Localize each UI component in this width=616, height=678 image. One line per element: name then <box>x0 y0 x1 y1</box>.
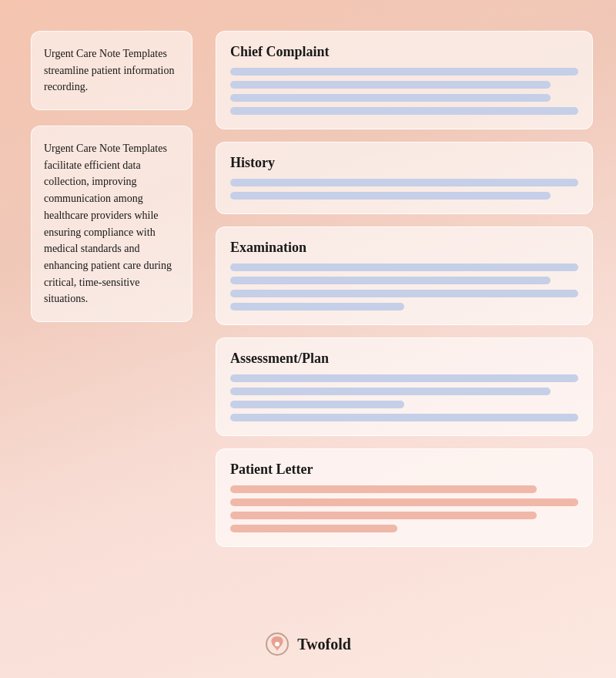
section-title-history: History <box>230 155 578 171</box>
line <box>230 303 404 310</box>
line <box>230 277 551 284</box>
section-chief-complaint: Chief Complaint <box>216 31 593 129</box>
line <box>230 179 578 186</box>
line <box>230 94 551 102</box>
card-streamline: Urgent Care Note Templates streamline pa… <box>31 31 192 110</box>
chief-complaint-lines <box>230 68 578 115</box>
line <box>230 263 578 271</box>
section-examination: Examination <box>216 227 593 325</box>
line <box>230 374 578 382</box>
patient-letter-lines <box>230 485 578 532</box>
section-assessment-plan: Assessment/Plan <box>216 337 593 436</box>
line <box>230 401 404 408</box>
section-patient-letter: Patient Letter <box>216 448 593 547</box>
footer: Twofold <box>0 632 616 656</box>
left-column: Urgent Care Note Templates streamline pa… <box>31 31 192 609</box>
line <box>230 512 537 519</box>
line <box>230 498 578 506</box>
card-streamline-text: Urgent Care Note Templates streamline pa… <box>44 45 179 96</box>
line <box>230 107 578 115</box>
section-title-examination: Examination <box>230 240 578 256</box>
main-container: Urgent Care Note Templates streamline pa… <box>0 0 616 632</box>
section-title-assessment-plan: Assessment/Plan <box>230 351 578 367</box>
line <box>230 485 537 493</box>
section-title-patient-letter: Patient Letter <box>230 462 578 478</box>
line <box>230 68 578 76</box>
svg-point-1 <box>275 642 280 646</box>
history-lines <box>230 179 578 200</box>
line <box>230 192 551 200</box>
card-facilitate: Urgent Care Note Templates facilitate ef… <box>31 126 192 322</box>
assessment-lines <box>230 374 578 421</box>
logo-text: Twofold <box>297 636 351 653</box>
line <box>230 525 397 532</box>
section-history: History <box>216 142 593 214</box>
card-facilitate-text: Urgent Care Note Templates facilitate ef… <box>44 140 179 307</box>
line <box>230 290 578 297</box>
line <box>230 388 551 395</box>
line <box>230 414 578 421</box>
examination-lines <box>230 263 578 310</box>
section-title-chief-complaint: Chief Complaint <box>230 44 578 60</box>
right-column: Chief Complaint History Examination <box>216 31 593 609</box>
twofold-logo-icon <box>265 632 290 656</box>
line <box>230 81 551 89</box>
